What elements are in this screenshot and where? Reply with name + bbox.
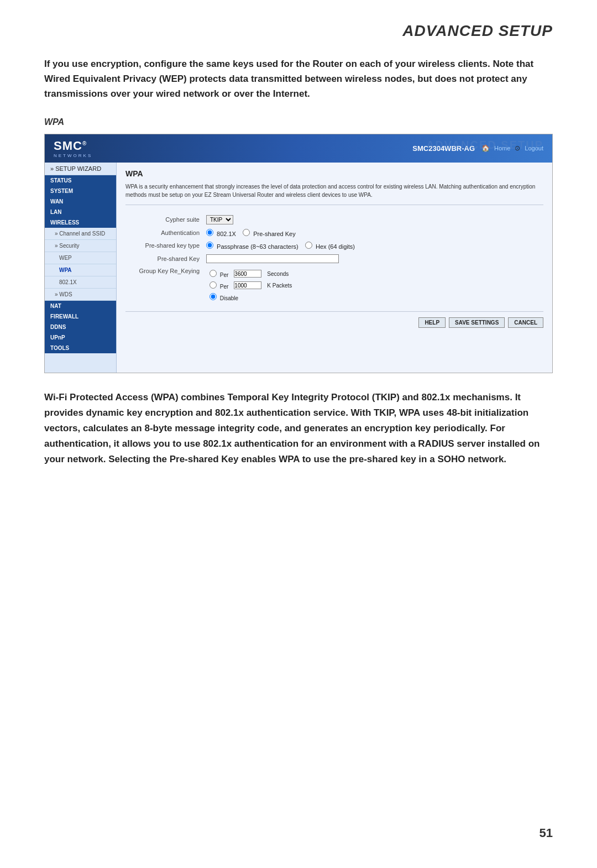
per-3600-input[interactable] — [234, 270, 261, 278]
page-number: 51 — [540, 826, 553, 840]
group-key-radio-disable-input[interactable] — [210, 293, 217, 300]
pre-shared-key-type-label: Pre-shared key type — [125, 239, 203, 252]
cypher-suite-field: TKIP — [203, 213, 543, 227]
key-type-field: Passphrase (8~63 characters) Hex (64 dig… — [203, 239, 543, 252]
router-header-right: ADVANCED SETUP SMC2304WBR-AG 🏠 Home ⊙ Lo… — [412, 144, 543, 153]
sidebar-item[interactable]: WEP — [45, 252, 116, 264]
sidebar-item[interactable]: WIRELESS — [45, 217, 116, 228]
authentication-row: Authentication 802.1X Pre-shared Key — [125, 227, 543, 239]
auth-radio-8021x-input[interactable] — [206, 229, 213, 236]
sidebar-item[interactable]: UPnP — [45, 332, 116, 343]
sidebar-item[interactable]: FIREWALL — [45, 311, 116, 322]
sidebar-item[interactable]: » SETUP WIZARD — [45, 163, 116, 175]
group-key-label: Group Key Re_Keying — [125, 265, 203, 306]
group-key-radio-disable[interactable]: Disable — [210, 295, 238, 301]
sidebar-item[interactable]: » Security — [45, 240, 116, 252]
advanced-setup-banner: ADVANCED SETUP — [417, 134, 552, 156]
group-key-row: Group Key Re_Keying Per — [125, 265, 543, 306]
button-row: HELP SAVE SETTINGS CANCEL — [125, 311, 543, 330]
group-key-options-table: Per Seconds — [206, 268, 295, 304]
group-key-radio-per1000[interactable]: Per — [210, 284, 228, 290]
sidebar-item[interactable]: WAN — [45, 196, 116, 207]
sidebar-item[interactable]: TOOLS — [45, 343, 116, 353]
pre-shared-key-row: Pre-shared Key — [125, 252, 543, 265]
smc-networks-label: NETWORKS — [54, 153, 92, 158]
key-type-row: Pre-shared key type Passphrase (8~63 cha… — [125, 239, 543, 252]
key-type-radio-passphrase-input[interactable] — [206, 242, 213, 249]
cypher-suite-label: Cypher suite — [125, 213, 203, 227]
router-sidebar: » SETUP WIZARDSTATUSSYSTEMWANLANWIRELESS… — [45, 163, 117, 373]
sidebar-item[interactable]: » WDS — [45, 289, 116, 301]
group-key-field: Per Seconds — [203, 265, 543, 306]
auth-radio-psk-input[interactable] — [243, 229, 250, 236]
sidebar-item[interactable]: LAN — [45, 207, 116, 217]
router-ui-container: SMC® NETWORKS ADVANCED SETUP SMC2304WBR-… — [44, 134, 553, 373]
smc-logo: SMC® NETWORKS — [54, 139, 92, 158]
group-key-per1000-row: Per K Packets — [207, 280, 294, 291]
content-section-title: WPA — [125, 169, 543, 178]
key-type-radio-hex-input[interactable] — [305, 242, 312, 249]
sidebar-item[interactable]: DDNS — [45, 322, 116, 332]
auth-radio-psk[interactable]: Pre-shared Key — [243, 231, 296, 237]
group-key-disable-row: Disable — [207, 292, 294, 302]
group-key-radio-per3600-input[interactable] — [210, 270, 217, 277]
sidebar-item[interactable]: NAT — [45, 301, 116, 311]
group-key-radio-per3600[interactable]: Per — [210, 272, 228, 278]
auth-radio-8021x[interactable]: 802.1X — [206, 231, 238, 237]
intro-text: If you use encryption, configure the sam… — [44, 56, 553, 102]
key-type-radio-hex[interactable]: Hex (64 digits) — [305, 243, 355, 250]
pre-shared-key-label: Pre-shared Key — [125, 252, 203, 265]
cypher-suite-row: Cypher suite TKIP — [125, 213, 543, 227]
router-body: » SETUP WIZARDSTATUSSYSTEMWANLANWIRELESS… — [45, 163, 552, 373]
sidebar-item[interactable]: STATUS — [45, 175, 116, 186]
content-description: WPA is a security enhancement that stron… — [125, 182, 543, 205]
key-type-radio-passphrase[interactable]: Passphrase (8~63 characters) — [206, 243, 300, 250]
router-header: SMC® NETWORKS ADVANCED SETUP SMC2304WBR-… — [45, 134, 552, 163]
save-settings-button[interactable]: SAVE SETTINGS — [449, 317, 505, 328]
cancel-button[interactable]: CANCEL — [508, 317, 543, 328]
authentication-field: 802.1X Pre-shared Key — [203, 227, 543, 239]
page-title: ADVANCED SETUP — [44, 22, 553, 40]
footer-text: Wi-Fi Protected Access (WPA) combines Te… — [44, 390, 553, 467]
per-1000-input[interactable] — [234, 281, 261, 289]
group-key-radio-per1000-input[interactable] — [210, 281, 217, 289]
wpa-section-label: WPA — [44, 117, 553, 127]
sidebar-item[interactable]: SYSTEM — [45, 186, 116, 196]
cypher-suite-select[interactable]: TKIP — [206, 215, 233, 224]
sidebar-item[interactable]: WPA — [45, 264, 116, 276]
authentication-label: Authentication — [125, 227, 203, 239]
sidebar-item[interactable]: 802.1X — [45, 276, 116, 289]
seconds-label: Seconds — [265, 269, 294, 279]
pre-shared-key-input[interactable] — [206, 254, 339, 263]
k-packets-label: K Packets — [265, 280, 294, 291]
sidebar-item[interactable]: » Channel and SSID — [45, 228, 116, 240]
group-key-per3600-row: Per Seconds — [207, 269, 294, 279]
router-content: WPA WPA is a security enhancement that s… — [117, 163, 552, 373]
wpa-form-table: Cypher suite TKIP Authentication 802.1X — [125, 213, 543, 306]
pre-shared-key-field — [203, 252, 543, 265]
help-button[interactable]: HELP — [418, 317, 446, 328]
smc-brand: SMC® — [54, 139, 87, 153]
